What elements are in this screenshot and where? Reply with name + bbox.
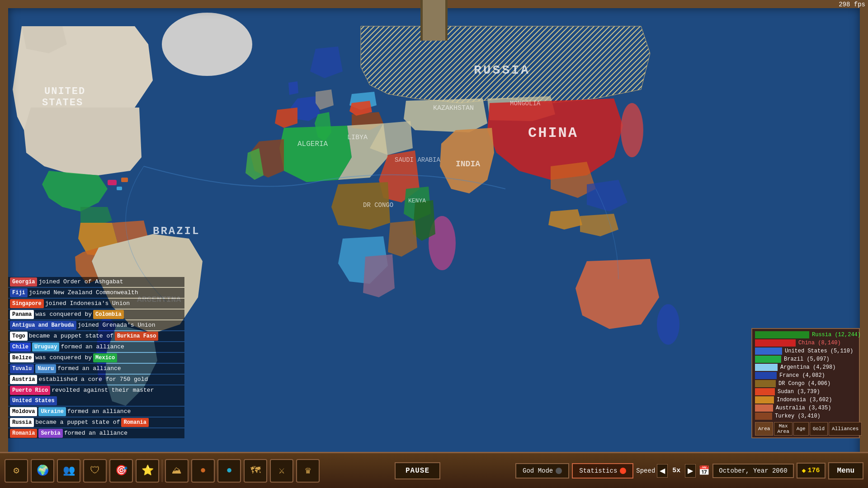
leaderboard-btn-area[interactable]: Area — [755, 422, 773, 436]
speed-control: Speed ◀ 5x ▶ — [636, 464, 696, 478]
svg-rect-5 — [117, 187, 122, 190]
leaderboard-btn-age[interactable]: Age — [793, 422, 809, 436]
crown-button[interactable]: ♛ — [296, 459, 320, 483]
calendar-icon: 📅 — [698, 465, 710, 476]
god-mode-label: God Mode — [523, 467, 553, 474]
event-line: Russiabecame a puppet state ofRomania — [8, 418, 184, 427]
svg-text:ALGERIA: ALGERIA — [297, 140, 328, 148]
event-line: Belizewas conquered byMexico — [8, 353, 184, 363]
svg-rect-3 — [108, 180, 117, 185]
event-log: Georgiajoined Order of AshgabatFijijoine… — [8, 277, 184, 438]
event-line: Singaporejoined Indonesia's Union — [8, 299, 184, 309]
leaderboard-entry-name: France (4,082) — [779, 372, 825, 379]
svg-rect-4 — [121, 178, 128, 182]
event-line: RomaniaSerbiaformed an alliance — [8, 428, 184, 438]
mountain-button[interactable]: ⛰ — [165, 459, 189, 483]
statistics-button[interactable]: Statistics — [572, 463, 633, 479]
leaderboard-entry-name: Australia (3,435) — [776, 405, 831, 411]
gold-value: 176 — [808, 467, 820, 474]
leaderboard-row: Russia (12,244) — [755, 331, 856, 339]
leaderboard-row: Turkey (3,410) — [755, 412, 856, 420]
event-line: Panamawas conquered byColombia — [8, 310, 184, 319]
statistics-label: Statistics — [579, 467, 617, 474]
pause-area: PAUSE — [322, 462, 513, 479]
svg-text:KAZAKHSTAN: KAZAKHSTAN — [433, 104, 474, 112]
svg-text:STATES: STATES — [42, 97, 83, 108]
bottom-toolbar: ⚙ 🌍 👥 🛡 🎯 ⭐ ⛰ ● ● 🗺 ⚔ ♛ PAUSE God Mode S… — [0, 452, 868, 488]
leaderboard-btn-gold[interactable]: Gold — [810, 422, 828, 436]
top-scroll-decoration — [420, 0, 448, 41]
leaderboard-row: Australia (3,435) — [755, 404, 856, 412]
sword-button[interactable]: ⚔ — [270, 459, 293, 483]
leaderboard-btn-alliances[interactable]: Alliances — [829, 422, 862, 436]
menu-button[interactable]: Menu — [828, 462, 863, 479]
target-button[interactable]: 🎯 — [109, 459, 133, 483]
leaderboard-entry-name: Russia (12,244) — [812, 332, 861, 338]
leaderboard-row: China (8,140) — [755, 339, 856, 347]
leaderboard-entry-name: Turkey (3,410) — [775, 413, 821, 419]
event-line: Togobecame a puppet state ofBurkina Faso — [8, 331, 184, 341]
svg-text:LIBYA: LIBYA — [347, 134, 368, 141]
speed-value: 5x — [670, 467, 683, 474]
leaderboard-row: DR Congo (4,006) — [755, 380, 856, 388]
leaderboard-row: France (4,082) — [755, 371, 856, 380]
globe-button[interactable]: 🌍 — [31, 459, 54, 483]
shield-button[interactable]: 🛡 — [83, 459, 107, 483]
leaderboard-row: Indonesia (3,602) — [755, 396, 856, 404]
svg-text:RUSSIA: RUSSIA — [474, 63, 530, 77]
speed-increase-button[interactable]: ▶ — [685, 464, 696, 478]
event-line: Georgiajoined Order of Ashgabat — [8, 277, 184, 287]
gold-icon: ◆ — [802, 466, 806, 475]
event-line: MoldovaUkraineformed an alliance — [8, 407, 184, 417]
svg-text:INDIA: INDIA — [456, 160, 480, 169]
leaderboard-row: Brazil (5,097) — [755, 355, 856, 363]
leaderboard-row: United States (5,110) — [755, 347, 856, 355]
svg-text:SAUDI ARABIA: SAUDI ARABIA — [395, 156, 440, 164]
leaderboard-btn-max-area[interactable]: Max Area — [774, 422, 792, 436]
svg-point-8 — [657, 304, 679, 345]
circle1-button[interactable]: ● — [191, 459, 215, 483]
svg-text:CHINA: CHINA — [528, 125, 578, 141]
us-label: UNITED — [44, 86, 85, 97]
leaderboard-entry-name: United States (5,110) — [785, 348, 853, 354]
leaderboard-panel: Russia (12,244)China (8,140)United State… — [751, 328, 860, 438]
speed-text-label: Speed — [636, 467, 655, 474]
star-button[interactable]: ⭐ — [136, 459, 159, 483]
speed-decrease-button[interactable]: ◀ — [657, 464, 668, 478]
settings-button[interactable]: ⚙ — [5, 459, 28, 483]
date-display: October, Year 2060 — [712, 464, 793, 478]
god-mode-indicator — [556, 468, 562, 474]
statistics-indicator — [620, 468, 626, 474]
event-line: TuvaluNauruformed an alliance — [8, 364, 184, 374]
leaderboard-entry-name: Brazil (5,097) — [784, 356, 830, 362]
map2-button[interactable]: 🗺 — [244, 459, 267, 483]
svg-point-2 — [162, 13, 252, 76]
event-line: Antigua and Barbudajoined Grenada's Unio… — [8, 320, 184, 330]
gold-display: ◆ 176 — [797, 463, 826, 479]
event-line: ChileUruguayformed an alliance — [8, 342, 184, 352]
fps-counter: 298 fps — [839, 1, 865, 8]
svg-point-6 — [621, 103, 643, 157]
leaderboard-entry-name: Indonesia (3,602) — [777, 397, 832, 403]
event-line: Austriaestablished a core for 750 gold — [8, 375, 184, 385]
leaderboard-row: Argentina (4,298) — [755, 363, 856, 371]
toolbar-separator-1 — [162, 460, 162, 482]
groups-button[interactable]: 👥 — [57, 459, 80, 483]
svg-text:BRAZIL: BRAZIL — [153, 225, 200, 237]
god-mode-button[interactable]: God Mode — [515, 463, 569, 479]
svg-text:DR CONGO: DR CONGO — [363, 202, 393, 209]
event-line: Puerto Ricorevolted against their master… — [8, 385, 184, 406]
map-container[interactable]: UNITED STATES BRAZIL RUSSIA CHINA INDIA … — [0, 0, 868, 488]
leaderboard-entry-name: Argentina (4,298) — [780, 364, 835, 371]
leaderboard-entry-name: Sudan (3,739) — [778, 389, 820, 395]
svg-text:KENYA: KENYA — [408, 197, 426, 204]
leaderboard-row: Sudan (3,739) — [755, 388, 856, 396]
event-line: Fijijoined New Zealand Commonwealth — [8, 288, 184, 298]
leaderboard-entry-name: China (8,140) — [798, 340, 841, 346]
leaderboard-entry-name: DR Congo (4,006) — [778, 380, 830, 387]
circle2-button[interactable]: ● — [217, 459, 241, 483]
pause-button[interactable]: PAUSE — [395, 462, 440, 479]
svg-text:MONGOLIA: MONGOLIA — [510, 100, 541, 107]
